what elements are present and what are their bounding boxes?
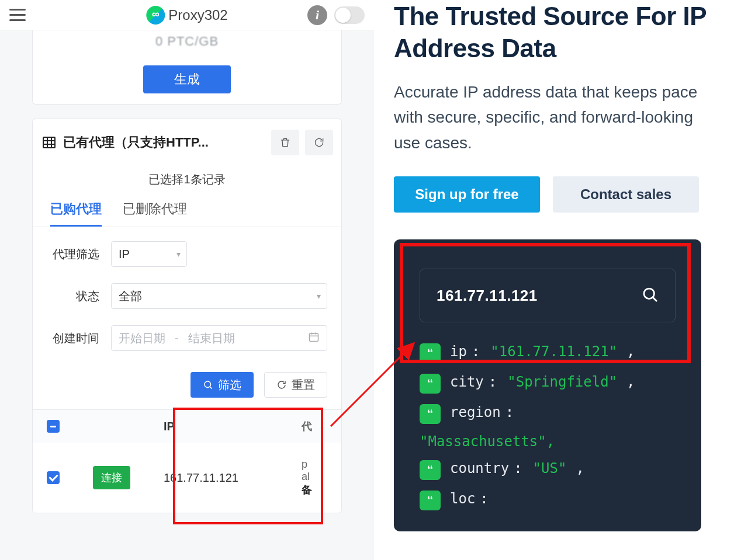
page-subtitle: Accurate IP address data that keeps pace… (394, 79, 709, 155)
created-label: 创建时间 (47, 331, 99, 346)
kv-row: ❝region:"Massachusetts", (420, 404, 676, 450)
kv-colon: : (505, 404, 514, 420)
reset-button[interactable]: 重置 (264, 372, 327, 398)
date-separator: - (170, 332, 183, 345)
cta-row: Sign up for free Contact sales (394, 176, 748, 213)
kv-row: ❝city:"Springfield", (420, 374, 676, 394)
tab-deleted[interactable]: 已删除代理 (123, 197, 187, 227)
quote-icon: ❝ (420, 404, 441, 424)
select-all-checkbox[interactable] (47, 420, 60, 433)
reset-button-label: 重置 (292, 377, 315, 393)
row-checkbox[interactable] (47, 471, 60, 484)
kv-comma: , (626, 374, 635, 390)
svg-rect-5 (310, 333, 318, 341)
chevron-down-icon: ▾ (317, 291, 321, 301)
quote-icon: ❝ (420, 374, 441, 394)
proxy-filter-label: 代理筛选 (47, 246, 99, 262)
kv-value: "Springfield" (507, 374, 617, 390)
kv-key: loc (450, 491, 475, 507)
status-label: 状态 (47, 288, 99, 304)
proxy-filter-select[interactable]: IP ▾ (111, 241, 187, 267)
calendar-icon (308, 331, 320, 346)
proxies-card-header: 已有代理（只支持HTTP... (33, 119, 341, 166)
ip-lookup-terminal: 161.77.11.121 ❝ip:"161.77.11.121",❝city:… (394, 239, 701, 531)
kv-key: region (450, 404, 501, 420)
table-icon (41, 135, 57, 149)
svg-rect-0 (43, 137, 55, 148)
status-select[interactable]: 全部 ▾ (111, 283, 327, 309)
filter-block: 代理筛选 IP ▾ 状态 全部 ▾ 创建时间 开始日期 - 结束日期 (33, 227, 341, 372)
kv-colon: : (514, 460, 522, 476)
info-icon[interactable]: i (307, 5, 327, 25)
quote-icon: ❝ (420, 491, 441, 510)
ipinfo-panel: The Trusted Source For IP Address Data A… (374, 0, 748, 560)
tab-purchased[interactable]: 已购代理 (50, 197, 102, 227)
proxy-filter-value: IP (119, 248, 130, 261)
signup-button[interactable]: Sign up for free (394, 176, 540, 213)
selected-count-text: 已选择1条记录 (33, 166, 341, 197)
generate-card: 0 PTC/GB 生成 (32, 30, 342, 105)
kv-row: ❝loc: (420, 491, 676, 510)
kv-key: country (450, 460, 509, 476)
brand-logo-icon (146, 6, 165, 25)
kv-value: "Massachusetts", (420, 433, 676, 450)
contact-sales-button[interactable]: Contact sales (553, 176, 699, 213)
kv-key: city (450, 374, 484, 390)
highlight-box-ip-cell (173, 408, 323, 524)
kv-value: "US" (533, 460, 567, 476)
price-text: 0 PTC/GB (33, 30, 341, 49)
proxy-tabs: 已购代理 已删除代理 (33, 197, 341, 227)
date-range-picker[interactable]: 开始日期 - 结束日期 (111, 325, 327, 351)
end-date-placeholder: 结束日期 (188, 331, 235, 346)
brand: Proxy302 (146, 6, 227, 25)
filter-actions: 筛选 重置 (33, 372, 341, 409)
kv-colon: : (489, 374, 497, 390)
refresh-button[interactable] (305, 130, 333, 155)
svg-line-10 (210, 387, 212, 389)
theme-toggle[interactable] (334, 6, 365, 24)
page-title: The Trusted Source For IP Address Data (394, 0, 748, 64)
kv-colon: : (480, 491, 488, 507)
brand-text: Proxy302 (168, 7, 227, 23)
start-date-placeholder: 开始日期 (119, 331, 165, 346)
chevron-down-icon: ▾ (176, 249, 181, 259)
kv-row: ❝country:"US", (420, 460, 676, 480)
menu-icon[interactable] (9, 4, 33, 27)
svg-point-9 (205, 381, 211, 388)
status-value: 全部 (119, 288, 142, 304)
generate-button[interactable]: 生成 (143, 65, 231, 93)
filter-button-label: 筛选 (218, 377, 241, 393)
filter-button[interactable]: 筛选 (191, 372, 254, 398)
ip-result-list: ❝ip:"161.77.11.121",❝city:"Springfield",… (411, 343, 684, 510)
kv-comma: , (576, 460, 584, 476)
proxy302-app: Proxy302 i 0 PTC/GB 生成 已有代理（只支持HTTP... 已… (0, 0, 374, 560)
connect-badge[interactable]: 连接 (93, 466, 130, 489)
proxies-card-title: 已有代理（只支持HTTP... (63, 134, 265, 151)
highlight-box-search (400, 243, 691, 363)
app-header: Proxy302 i (0, 0, 374, 30)
quote-icon: ❝ (420, 460, 441, 480)
delete-button[interactable] (271, 130, 299, 155)
